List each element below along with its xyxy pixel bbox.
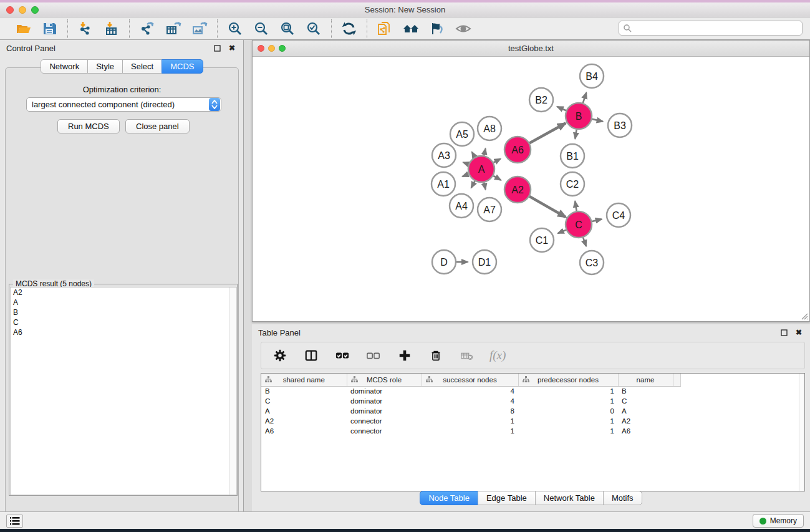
cell-predecessor-nodes[interactable]: 1 — [518, 416, 618, 426]
edge-A6-B[interactable] — [529, 123, 566, 143]
graph-node-C4[interactable]: C4 — [607, 203, 630, 227]
close-panel-icon[interactable]: ✖ — [227, 43, 237, 53]
task-history-button[interactable] — [6, 515, 23, 528]
search-input[interactable] — [632, 22, 802, 34]
tab-edge-table[interactable]: Edge Table — [478, 491, 536, 505]
zoom-in-icon[interactable] — [226, 21, 244, 37]
cell-predecessor-nodes[interactable]: 1 — [518, 426, 618, 436]
edge-A-A4[interactable] — [471, 181, 475, 188]
network-zoom-button[interactable] — [279, 45, 286, 52]
cell-predecessor-nodes[interactable]: 1 — [518, 396, 618, 406]
function-builder-button[interactable]: f(x) — [489, 349, 506, 362]
close-window-button[interactable] — [6, 6, 14, 14]
network-close-button[interactable] — [258, 45, 264, 52]
graph-node-A1[interactable]: A1 — [432, 172, 455, 196]
result-list-scrollbar[interactable] — [229, 288, 236, 495]
close-panel-button[interactable]: Close panel — [125, 119, 190, 133]
graph-node-D1[interactable]: D1 — [473, 250, 496, 274]
toggle-graphics-details-icon[interactable] — [428, 21, 446, 37]
cell-name[interactable]: A — [618, 406, 673, 416]
tab-mcds[interactable]: MCDS — [162, 59, 203, 74]
graph-node-B4[interactable]: B4 — [580, 64, 604, 88]
table-close-panel-icon[interactable]: ✖ — [794, 327, 804, 337]
cell-name[interactable]: B — [618, 386, 673, 396]
open-file-icon[interactable] — [15, 21, 32, 37]
graph-node-A4[interactable]: A4 — [450, 194, 473, 218]
cell-MCDS-role[interactable]: connector — [347, 426, 422, 436]
float-panel-icon[interactable] — [212, 43, 222, 53]
mcds-result-item[interactable]: A2 — [11, 288, 236, 297]
graph-node-A8[interactable]: A8 — [478, 117, 501, 140]
tab-select[interactable]: Select — [122, 59, 162, 74]
graph-node-A7[interactable]: A7 — [478, 198, 501, 221]
cell-successor-nodes[interactable]: 1 — [422, 416, 518, 426]
graph-node-B2[interactable]: B2 — [529, 88, 553, 112]
edge-C-C1[interactable] — [558, 230, 566, 233]
zoom-fit-icon[interactable] — [279, 21, 296, 37]
table-float-panel-icon[interactable] — [779, 327, 789, 337]
edge-A-A1[interactable] — [463, 174, 469, 177]
graph-node-A6[interactable]: A6 — [504, 137, 531, 163]
tab-network[interactable]: Network — [41, 59, 88, 74]
table-options-gear-icon[interactable] — [271, 347, 289, 364]
save-session-icon[interactable] — [41, 21, 59, 37]
cell-shared-name[interactable]: A — [261, 406, 347, 416]
mcds-result-item[interactable]: C — [11, 317, 236, 327]
run-mcds-button[interactable]: Run MCDS — [57, 119, 120, 133]
home-networks-icon[interactable] — [402, 21, 420, 37]
graph-node-D[interactable]: D — [432, 250, 456, 274]
zoom-out-icon[interactable] — [253, 21, 270, 37]
graph-node-A2[interactable]: A2 — [504, 177, 531, 203]
cell-MCDS-role[interactable]: dominator — [347, 386, 422, 396]
add-column-icon[interactable] — [396, 347, 413, 364]
cell-predecessor-nodes[interactable]: 1 — [518, 386, 618, 396]
cell-successor-nodes[interactable]: 4 — [422, 386, 518, 396]
cell-MCDS-role[interactable]: dominator — [347, 396, 422, 406]
delete-column-icon[interactable] — [427, 347, 445, 364]
graph-node-B1[interactable]: B1 — [561, 144, 584, 168]
clone-network-icon[interactable] — [376, 21, 393, 37]
criterion-dropdown[interactable]: largest connected component (directed) — [26, 97, 221, 112]
zoom-selected-icon[interactable] — [305, 21, 322, 37]
cell-shared-name[interactable]: C — [261, 396, 347, 406]
edge-A2-C[interactable] — [529, 196, 566, 217]
mcds-result-item[interactable]: A — [11, 297, 236, 307]
network-window-titlebar[interactable]: testGlobe.txt — [253, 41, 809, 57]
cell-shared-name[interactable]: A2 — [261, 416, 347, 426]
select-all-icon[interactable] — [334, 347, 351, 364]
graph-node-C2[interactable]: C2 — [561, 172, 584, 196]
minimize-window-button[interactable] — [19, 6, 26, 14]
edge-A-A5[interactable] — [472, 152, 475, 157]
export-image-icon[interactable] — [191, 21, 208, 37]
zoom-window-button[interactable] — [31, 6, 39, 14]
window-resize-grip[interactable] — [799, 311, 808, 320]
show-hide-eye-icon[interactable] — [455, 21, 472, 37]
column-header-predecessor-nodes[interactable]: predecessor nodes — [518, 374, 618, 386]
column-header-shared-name[interactable]: shared name — [261, 374, 347, 386]
export-table-icon[interactable] — [165, 21, 182, 37]
tab-node-table[interactable]: Node Table — [420, 491, 478, 505]
show-column-icon[interactable] — [302, 347, 320, 364]
cell-successor-nodes[interactable]: 4 — [422, 396, 518, 406]
cell-shared-name[interactable]: A6 — [261, 426, 347, 436]
tab-network-table[interactable]: Network Table — [535, 491, 604, 505]
column-header-successor-nodes[interactable]: successor nodes — [422, 374, 518, 386]
import-table-icon[interactable] — [103, 21, 120, 37]
edge-A-A2[interactable] — [493, 176, 501, 180]
graph-node-B[interactable]: B — [566, 103, 592, 129]
edge-B-B4[interactable] — [583, 93, 586, 103]
edge-A-A6[interactable] — [493, 159, 500, 163]
graph-node-C[interactable]: C — [566, 211, 592, 238]
cell-shared-name[interactable]: B — [261, 386, 347, 396]
graph-node-A[interactable]: A — [468, 156, 494, 182]
column-header-name[interactable]: name — [618, 374, 673, 386]
edge-A-A7[interactable] — [484, 183, 485, 190]
edge-C-C3[interactable] — [583, 238, 586, 246]
graph-node-A3[interactable]: A3 — [432, 143, 456, 167]
graph-node-C3[interactable]: C3 — [580, 251, 604, 274]
cell-successor-nodes[interactable]: 1 — [422, 426, 518, 436]
delete-table-icon[interactable] — [458, 347, 476, 364]
edge-C-C2[interactable] — [575, 201, 576, 211]
edge-B-B1[interactable] — [575, 130, 576, 139]
table-row[interactable]: A6connector11A6 — [261, 426, 680, 436]
